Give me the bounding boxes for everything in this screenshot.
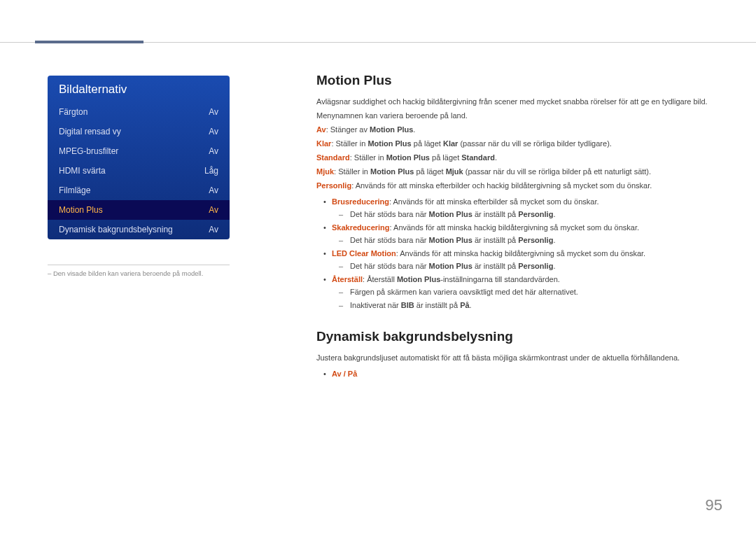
text: : Används för att minska efterbilder så … (389, 197, 599, 206)
bold-text: Motion Plus (429, 236, 472, 244)
menu-item-digital-rensad-vy[interactable]: Digital rensad vy Av (48, 122, 230, 141)
bullet-list: Brusreducering: Används för att minska e… (332, 196, 720, 311)
menu-item-label: Digital rensad vy (59, 127, 121, 136)
line-klar: Klar: Ställer in Motion Plus på läget Kl… (316, 139, 720, 150)
text: : Ställer in (350, 153, 386, 162)
bold-text: Standard (461, 153, 495, 162)
accent-text: Brusreducering (332, 197, 389, 206)
text: : Används för att minska hackig bildåter… (396, 249, 645, 258)
bold-text: BIB (401, 301, 414, 309)
menu-item-label: Färgton (59, 107, 88, 117)
sub-list: Det här stöds bara när Motion Plus är in… (344, 260, 720, 272)
text: Det här stöds bara när (350, 210, 429, 218)
section-dynamisk: Dynamisk bakgrundsbelysning Justera bakg… (316, 329, 720, 379)
bold-text: Motion Plus (368, 139, 411, 148)
sidebar: Bildalternativ Färgton Av Digital rensad… (48, 76, 230, 277)
text: Det här stöds bara när (350, 236, 429, 244)
text: på läget (412, 139, 443, 148)
text: (passar när du vill se rörliga bilder ty… (458, 139, 611, 148)
menu-panel: Bildalternativ Färgton Av Digital rensad… (48, 76, 230, 239)
line-av: Av: Stänger av Motion Plus. (316, 125, 720, 136)
intro-dynamisk: Justera bakgrundsljuset automatiskt för … (316, 353, 720, 364)
note-dash: – (48, 269, 51, 277)
menu-item-value: Av (209, 185, 218, 195)
bold-text: Motion Plus (386, 153, 430, 162)
text: : Används för att minska efterbilder och… (351, 181, 652, 190)
text: : Stänger av (326, 125, 370, 134)
text: : Ställer in (334, 167, 370, 176)
options-list: Av / På (332, 368, 720, 380)
menu-item-label: Filmläge (59, 185, 90, 195)
sub-item: Det här stöds bara när Motion Plus är in… (344, 209, 720, 220)
sidebar-divider (48, 265, 230, 265)
text: på läget (430, 153, 461, 162)
accent-text: Personlig (316, 181, 351, 190)
menu-item-value: Av (209, 205, 218, 215)
text: . (553, 262, 555, 270)
menu-item-mpeg-brusfilter[interactable]: MPEG-brusfilter Av (48, 141, 230, 161)
text: är inställt på (414, 301, 460, 309)
sub-item: Det här stöds bara när Motion Plus är in… (344, 260, 720, 272)
menu-item-value: Av (209, 146, 218, 156)
text: Inaktiverat när (350, 301, 401, 309)
text: . (495, 153, 497, 162)
bold-text: Personlig (518, 210, 553, 218)
text: : Återställ (363, 275, 397, 283)
accent-text: Av (316, 125, 326, 134)
bullet-aterstall: Återställ: Återställ Motion Plus-inställ… (332, 274, 720, 311)
menu-item-dynamisk-bakgrundsbelysning[interactable]: Dynamisk bakgrundsbelysning Av (48, 220, 230, 239)
sub-item: Det här stöds bara när Motion Plus är in… (344, 234, 720, 246)
bold-text: Motion Plus (429, 262, 472, 270)
accent-text: LED Clear Motion (332, 249, 396, 258)
text: . (413, 125, 415, 134)
accent-text: Klar (316, 139, 331, 148)
menu-item-label: MPEG-brusfilter (59, 146, 118, 156)
menu-item-label: HDMI svärta (59, 166, 106, 176)
main-content: Motion Plus Avlägsnar suddighet och hack… (316, 73, 720, 381)
bold-text: Motion Plus (397, 275, 440, 283)
accent-text: Skakreducering (332, 223, 390, 232)
sub-list: Färgen på skärmen kan variera oavsiktlig… (344, 286, 720, 311)
text: är inställt på (472, 210, 518, 218)
menu-title: Bildalternativ (48, 76, 230, 102)
menu-item-fargton[interactable]: Färgton Av (48, 102, 230, 122)
menu-item-motion-plus[interactable]: Motion Plus Av (48, 200, 230, 220)
menu-item-label: Motion Plus (59, 205, 103, 215)
accent-text: Av / På (332, 370, 357, 378)
header-accent (35, 41, 144, 43)
text: på läget (414, 167, 445, 176)
menu-item-label: Dynamisk bakgrundsbelysning (59, 225, 173, 234)
menu-item-value: Av (209, 225, 218, 234)
menu-item-value: Av (209, 107, 218, 117)
line-standard: Standard: Ställer in Motion Plus på läge… (316, 153, 720, 164)
bullet-led-clear-motion: LED Clear Motion: Används för att minska… (332, 248, 720, 272)
text: är inställt på (472, 236, 518, 244)
option-av-pa: Av / På (332, 368, 720, 380)
text: . (553, 236, 555, 244)
menu-item-hdmi-svarta[interactable]: HDMI svärta Låg (48, 161, 230, 181)
bold-text: Motion Plus (429, 210, 472, 218)
line-personlig: Personlig: Används för att minska efterb… (316, 181, 720, 192)
menu-item-filmlage[interactable]: Filmläge Av (48, 181, 230, 200)
text: (passar när du vill se rörliga bilder på… (463, 167, 651, 176)
sub-list: Det här stöds bara när Motion Plus är in… (344, 234, 720, 246)
sub-list: Det här stöds bara när Motion Plus är in… (344, 209, 720, 220)
sub-item: Inaktiverat när BIB är inställt på På. (344, 300, 720, 311)
accent-text: Standard (316, 153, 350, 162)
accent-text: Mjuk (316, 167, 334, 176)
bold-text: Motion Plus (370, 125, 413, 134)
menu-item-value: Låg (204, 166, 218, 176)
text: : Ställer in (331, 139, 368, 148)
bold-text: Personlig (518, 262, 553, 270)
line-mjuk: Mjuk: Ställer in Motion Plus på läget Mj… (316, 167, 720, 178)
menu-item-value: Av (209, 127, 218, 136)
text: . (470, 301, 472, 309)
bold-text: Klar (443, 139, 458, 148)
sidebar-note: – Den visade bilden kan variera beroende… (48, 269, 230, 277)
text: : Används för att minska hackig bildåter… (390, 223, 639, 232)
bold-text: Personlig (518, 236, 553, 244)
text: -inställningarna till standardvärden. (440, 275, 560, 283)
text: Det här stöds bara när (350, 262, 429, 270)
heading-dynamisk: Dynamisk bakgrundsbelysning (316, 329, 720, 344)
bullet-brusreducering: Brusreducering: Används för att minska e… (332, 196, 720, 220)
